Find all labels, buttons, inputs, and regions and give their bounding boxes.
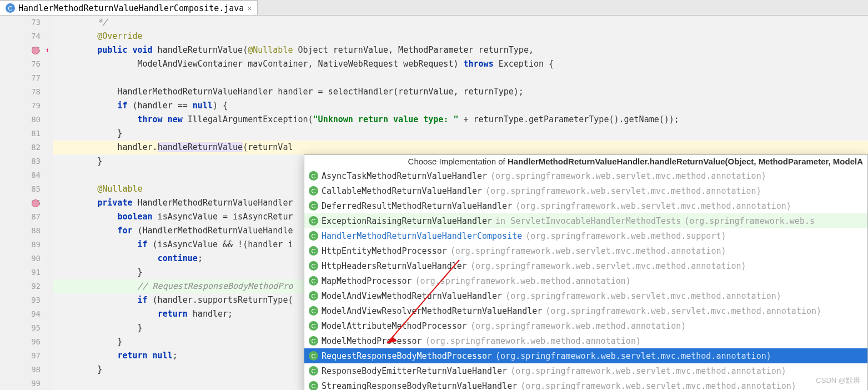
package-name: (org.springframework.web.servlet.mvc.met… — [505, 291, 781, 301]
class-name: ResponseBodyEmitterReturnValueHandler — [322, 366, 507, 376]
line-number: 99 — [0, 377, 41, 390]
class-icon: C — [309, 351, 318, 361]
line-number: 88 — [0, 224, 41, 238]
implementation-item[interactable]: CMapMethodProcessor (org.springframework… — [304, 273, 867, 288]
editor-tab[interactable]: C HandlerMethodReturnValueHandlerComposi… — [0, 0, 258, 15]
class-name: AsyncTaskMethodReturnValueHandler — [322, 171, 487, 181]
line-number: 97 — [0, 349, 41, 363]
implementation-item[interactable]: CHttpHeadersReturnValueHandler (org.spri… — [304, 258, 867, 273]
implementation-item[interactable]: CStreamingResponseBodyReturnValueHandler… — [304, 378, 867, 390]
package-name: (org.springframework.web.servlet.mvc.met… — [490, 171, 766, 181]
close-icon[interactable]: ✕ — [247, 4, 252, 12]
implementation-item[interactable]: CModelAndViewResolverMethodReturnValueHa… — [304, 303, 867, 318]
class-name: ExceptionRaisingReturnValueHandler — [322, 216, 492, 226]
code-line: ModelAndViewContainer mavContainer, Nati… — [53, 57, 868, 71]
class-icon: C — [309, 216, 318, 226]
code-line: if (handler == null) { — [53, 99, 868, 113]
code-line — [53, 71, 868, 85]
package-name: (org.springframework.web.servlet.mvc.met… — [520, 381, 796, 391]
line-number: 81 — [0, 127, 41, 141]
implementation-item[interactable]: CModelAttributeMethodProcessor (org.spri… — [304, 318, 867, 333]
package-name: (org.springframework.web.method.annotati… — [425, 336, 641, 346]
line-number-gutter: 737475↑767778798081828384858687888990919… — [0, 16, 53, 390]
package-name: (org.springframework.web.method.support) — [525, 231, 726, 241]
line-number: 75↑ — [0, 43, 41, 57]
class-name: HttpEntityMethodProcessor — [322, 246, 447, 256]
line-number: 85 — [0, 182, 41, 196]
line-number: 87 — [0, 210, 41, 224]
class-name: ModelAttributeMethodProcessor — [322, 321, 467, 331]
implementation-item[interactable]: CModelAndViewMethodReturnValueHandler (o… — [304, 288, 867, 303]
code-line: throw new IllegalArgumentException("Unkn… — [53, 113, 868, 127]
implementation-item[interactable]: CCallableMethodReturnValueHandler (org.s… — [304, 183, 867, 198]
implementation-item[interactable]: CExceptionRaisingReturnValueHandler in S… — [304, 213, 867, 228]
package-name: (org.springframework.web.s — [684, 216, 815, 226]
class-name: DeferredResultMethodReturnValueHandler — [322, 201, 512, 211]
override-gutter-icon[interactable] — [32, 47, 39, 54]
class-icon: C — [309, 246, 318, 256]
class-name: MapMethodProcessor — [322, 276, 412, 286]
class-name: ModelAndViewMethodReturnValueHandler — [322, 291, 502, 301]
line-number: 94 — [0, 307, 41, 321]
line-number: 93 — [0, 293, 41, 307]
method-gutter-icon[interactable] — [32, 199, 39, 207]
line-number: 73 — [0, 16, 41, 29]
package-name: (org.springframework.web.servlet.mvc.met… — [450, 246, 726, 256]
line-number: 92 — [0, 279, 41, 293]
line-number: 77 — [0, 71, 41, 85]
implementation-item[interactable]: CModelMethodProcessor (org.springframewo… — [304, 333, 867, 348]
implementation-chooser-popup: Choose Implementation of HandlerMethodRe… — [304, 154, 868, 390]
class-name: ModelMethodProcessor — [322, 336, 422, 346]
implementation-item[interactable]: CHandlerMethodReturnValueHandlerComposit… — [304, 228, 867, 243]
popup-title-prefix: Choose Implementation of — [408, 157, 508, 166]
class-name: RequestResponseBodyMethodProcessor — [322, 351, 492, 361]
class-icon: C — [309, 171, 318, 181]
code-line: } — [53, 127, 868, 141]
package-name: (org.springframework.web.servlet.mvc.met… — [495, 351, 771, 361]
line-number: 80 — [0, 113, 41, 127]
package-name: (org.springframework.web.servlet.mvc.met… — [470, 261, 746, 271]
class-icon: C — [309, 201, 318, 211]
class-icon: C — [309, 366, 318, 376]
implementation-item[interactable]: CDeferredResultMethodReturnValueHandler … — [304, 198, 867, 213]
implementation-item[interactable]: CHttpEntityMethodProcessor (org.springfr… — [304, 243, 867, 258]
java-class-icon: C — [6, 3, 15, 13]
package-name: (org.springframework.web.servlet.mvc.met… — [510, 366, 786, 376]
line-number: 95 — [0, 321, 41, 335]
popup-title: Choose Implementation of HandlerMethodRe… — [304, 155, 867, 168]
code-line: handler.handleReturnValue(returnVal — [53, 141, 868, 154]
line-number: 90 — [0, 252, 41, 266]
class-name: HttpHeadersReturnValueHandler — [322, 261, 467, 271]
line-number: 78 — [0, 85, 41, 99]
implementation-item[interactable]: CRequestResponseBodyMethodProcessor (org… — [304, 348, 867, 363]
class-name: StreamingResponseBodyReturnValueHandler — [322, 381, 517, 391]
class-name: ModelAndViewResolverMethodReturnValueHan… — [322, 306, 542, 316]
package-name: (org.springframework.web.servlet.mvc.met… — [485, 186, 761, 196]
line-number: 76 — [0, 57, 41, 71]
implementation-item[interactable]: CResponseBodyEmitterReturnValueHandler (… — [304, 363, 867, 378]
package-name: (org.springframework.web.servlet.mvc.met… — [545, 306, 821, 316]
popup-title-bold: HandlerMethodReturnValueHandler.handleRe… — [508, 157, 863, 166]
code-line: public void handleReturnValue(@Nullable … — [53, 43, 868, 57]
line-number: 96 — [0, 335, 41, 349]
line-number: 91 — [0, 266, 41, 279]
class-name: HandlerMethodReturnValueHandlerComposite — [322, 231, 522, 241]
tab-filename: HandlerMethodReturnValueHandlerComposite… — [18, 3, 244, 13]
line-number: 98 — [0, 363, 41, 377]
implementation-item[interactable]: CAsyncTaskMethodReturnValueHandler (org.… — [304, 168, 867, 183]
class-icon: C — [309, 186, 318, 196]
line-number: 74 — [0, 29, 41, 43]
class-icon: C — [309, 306, 318, 316]
class-icon: C — [309, 381, 318, 390]
editor-area: 737475↑767778798081828384858687888990919… — [0, 16, 868, 390]
package-name: (org.springframework.web.method.annotati… — [415, 276, 631, 286]
package-name: (org.springframework.web.servlet.mvc.met… — [515, 201, 791, 211]
implementation-list[interactable]: CAsyncTaskMethodReturnValueHandler (org.… — [304, 168, 867, 390]
line-number: 79 — [0, 99, 41, 113]
watermark: CSDN @默辨 — [816, 376, 860, 386]
class-icon: C — [309, 276, 318, 286]
line-number: 89 — [0, 238, 41, 252]
class-icon: C — [309, 261, 318, 271]
code-line: HandlerMethodReturnValueHandler handler … — [53, 85, 868, 99]
up-arrow-icon: ↑ — [46, 43, 49, 57]
